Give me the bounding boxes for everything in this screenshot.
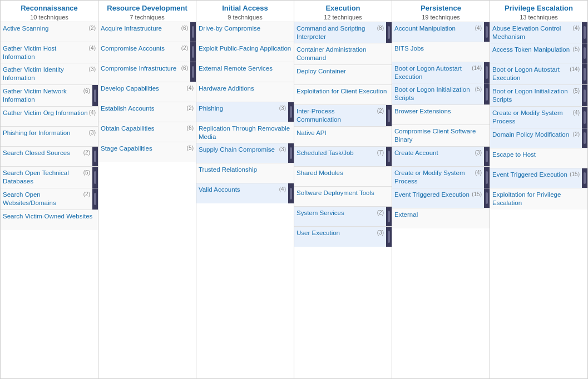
list-item[interactable]: Create Account (3) bbox=[392, 147, 484, 166]
list-item[interactable]: User Execution (3) bbox=[294, 227, 386, 247]
list-item[interactable]: Scheduled Task/Job (7) bbox=[294, 147, 386, 166]
list-item[interactable]: Event Triggered Execution (15) bbox=[392, 188, 484, 208]
list-item[interactable]: Boot or Logon Initialization Scripts (5) bbox=[490, 85, 582, 106]
sub-technique-indicator[interactable] bbox=[386, 105, 392, 126]
technique-link[interactable]: External bbox=[394, 211, 418, 218]
sub-technique-indicator[interactable] bbox=[582, 22, 587, 43]
sub-technique-indicator[interactable] bbox=[92, 85, 98, 106]
sub-technique-indicator[interactable] bbox=[484, 147, 490, 166]
list-item[interactable]: Gather Victim Identity Information (3) bbox=[1, 63, 98, 84]
sub-technique-indicator[interactable] bbox=[582, 128, 587, 148]
technique-link[interactable]: Escape to Host bbox=[492, 151, 536, 158]
list-item[interactable]: Native API bbox=[294, 127, 392, 146]
list-item[interactable]: Replication Through Removable Media bbox=[196, 122, 294, 143]
technique-link[interactable]: Compromise Accounts bbox=[101, 45, 165, 52]
technique-link[interactable]: Gather Victim Network Information bbox=[3, 88, 67, 103]
technique-link[interactable]: Phishing for Information bbox=[3, 129, 70, 136]
sub-technique-indicator[interactable] bbox=[190, 22, 196, 42]
list-item[interactable]: Phishing (3) bbox=[196, 102, 288, 122]
list-item[interactable]: Boot or Logon Autostart Execution (14) bbox=[490, 63, 582, 84]
technique-link[interactable]: Shared Modules bbox=[297, 169, 343, 176]
technique-link[interactable]: Access Token Manipulation bbox=[492, 46, 570, 53]
technique-link[interactable]: Phishing bbox=[199, 105, 223, 112]
technique-link[interactable]: Gather Victim Org Information bbox=[3, 109, 88, 116]
technique-link[interactable]: Establish Accounts bbox=[101, 105, 155, 112]
technique-link[interactable]: Trusted Relationship bbox=[199, 166, 257, 173]
technique-link[interactable]: Software Deployment Tools bbox=[297, 189, 374, 196]
sub-technique-indicator[interactable] bbox=[582, 85, 587, 106]
technique-link[interactable]: Active Scanning bbox=[3, 25, 48, 32]
sub-technique-indicator[interactable] bbox=[288, 183, 294, 203]
sub-technique-indicator[interactable] bbox=[484, 83, 490, 104]
technique-link[interactable]: External Remote Services bbox=[199, 65, 273, 72]
technique-link[interactable]: Event Triggered Execution bbox=[492, 171, 567, 178]
technique-link[interactable]: Scheduled Task/Job bbox=[297, 149, 354, 156]
list-item[interactable]: System Services (2) bbox=[294, 207, 386, 226]
technique-link[interactable]: Account Manipulation bbox=[394, 25, 456, 32]
technique-link[interactable]: Domain Policy Modification bbox=[492, 131, 569, 138]
technique-link[interactable]: Stage Capabilities bbox=[101, 145, 152, 152]
list-item[interactable]: Container Administration Command bbox=[294, 43, 392, 64]
list-item[interactable]: Access Token Manipulation (5) bbox=[490, 43, 582, 63]
list-item[interactable]: Software Deployment Tools bbox=[294, 187, 392, 206]
technique-link[interactable]: Compromise Client Software Binary bbox=[394, 128, 476, 143]
list-item[interactable]: Active Scanning (2) bbox=[1, 22, 98, 42]
technique-link[interactable]: System Services bbox=[297, 210, 344, 216]
technique-link[interactable]: Develop Capabilities bbox=[101, 85, 159, 92]
list-item[interactable]: Supply Chain Compromise (3) bbox=[196, 143, 288, 163]
technique-link[interactable]: Exploit Public-Facing Application bbox=[199, 45, 291, 52]
technique-link[interactable]: Exploitation for Privilege Escalation bbox=[492, 191, 561, 206]
technique-link[interactable]: Boot or Logon Autostart Execution bbox=[492, 66, 560, 81]
list-item[interactable]: Search Open Websites/Domains (2) bbox=[1, 188, 92, 210]
list-item[interactable]: Trusted Relationship bbox=[196, 163, 294, 183]
list-item[interactable]: Hardware Additions bbox=[196, 82, 294, 102]
technique-link[interactable]: Native API bbox=[297, 129, 327, 136]
list-item[interactable]: Exploitation for Privilege Escalation bbox=[490, 188, 587, 210]
list-item[interactable]: Command and Scripting Interpreter (8) bbox=[294, 22, 386, 43]
list-item[interactable]: Gather Victim Host Information (4) bbox=[1, 42, 98, 63]
technique-link[interactable]: Hardware Additions bbox=[199, 85, 254, 92]
sub-technique-indicator[interactable] bbox=[484, 62, 490, 83]
sub-technique-indicator[interactable] bbox=[386, 147, 392, 166]
sub-technique-indicator[interactable] bbox=[484, 167, 490, 188]
sub-technique-indicator[interactable] bbox=[386, 207, 392, 226]
sub-technique-indicator[interactable] bbox=[582, 43, 587, 63]
list-item[interactable]: Event Triggered Execution (15) bbox=[490, 168, 582, 188]
technique-link[interactable]: Boot or Logon Initialization Scripts bbox=[492, 88, 568, 103]
technique-link[interactable]: Compromise Infrastructure bbox=[101, 65, 176, 72]
list-item[interactable]: Exploit Public-Facing Application bbox=[196, 42, 294, 62]
technique-link[interactable]: Container Administration Command bbox=[297, 46, 366, 61]
sub-technique-indicator[interactable] bbox=[92, 147, 98, 166]
technique-link[interactable]: BITS Jobs bbox=[394, 45, 424, 52]
list-item[interactable]: Establish Accounts (2) bbox=[98, 102, 196, 122]
sub-technique-indicator[interactable] bbox=[386, 22, 392, 43]
list-item[interactable]: Obtain Capabilities (6) bbox=[98, 122, 196, 142]
list-item[interactable]: Valid Accounts (4) bbox=[196, 183, 288, 203]
technique-link[interactable]: Command and Scripting Interpreter bbox=[297, 25, 365, 40]
list-item[interactable]: Drive-by Compromise bbox=[196, 22, 294, 42]
technique-link[interactable]: Exploitation for Client Execution bbox=[297, 88, 387, 94]
list-item[interactable]: Account Manipulation (4) bbox=[392, 22, 484, 42]
list-item[interactable]: Compromise Accounts (2) bbox=[98, 42, 190, 62]
list-item[interactable]: Abuse Elevation Control Mechanism (4) bbox=[490, 22, 582, 43]
technique-link[interactable]: Create Account bbox=[394, 149, 438, 156]
sub-technique-indicator[interactable] bbox=[92, 167, 98, 188]
list-item[interactable]: External Remote Services bbox=[196, 62, 294, 82]
list-item[interactable]: Exploitation for Client Execution bbox=[294, 85, 392, 104]
list-item[interactable]: Compromise Client Software Binary bbox=[392, 125, 490, 146]
technique-link[interactable]: Search Open Websites/Domains bbox=[3, 191, 56, 206]
technique-link[interactable]: Search Open Technical Databases bbox=[3, 169, 69, 184]
technique-link[interactable]: Supply Chain Compromise bbox=[199, 146, 275, 153]
technique-link[interactable]: Abuse Elevation Control Mechanism bbox=[492, 25, 561, 40]
technique-link[interactable]: Create or Modify System Process bbox=[394, 169, 465, 184]
sub-technique-indicator[interactable] bbox=[386, 227, 392, 247]
technique-link[interactable]: Valid Accounts bbox=[199, 186, 240, 193]
list-item[interactable]: Compromise Infrastructure (6) bbox=[98, 62, 190, 82]
list-item[interactable]: Boot or Logon Autostart Execution (14) bbox=[392, 62, 484, 83]
sub-technique-indicator[interactable] bbox=[190, 42, 196, 62]
technique-link[interactable]: Create or Modify System Process bbox=[492, 109, 563, 124]
sub-technique-indicator[interactable] bbox=[582, 168, 587, 188]
list-item[interactable]: Escape to Host bbox=[490, 148, 587, 168]
technique-link[interactable]: User Execution bbox=[297, 230, 340, 236]
list-item[interactable]: Gather Victim Org Information (4) bbox=[1, 107, 98, 126]
